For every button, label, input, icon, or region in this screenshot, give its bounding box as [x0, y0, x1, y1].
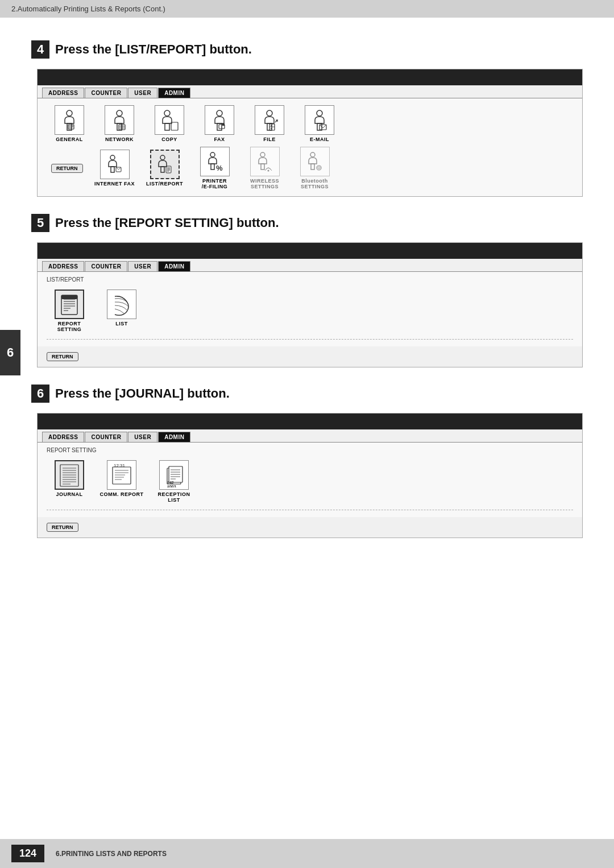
label-general: GENERAL: [56, 137, 83, 142]
label-fax: FAX: [214, 137, 225, 142]
label-wireless-settings: WIRELESS SETTINGS: [250, 178, 279, 189]
icon-wireless-settings[interactable]: WIRELESS SETTINGS: [242, 147, 288, 189]
svg-rect-33: [161, 167, 164, 172]
svg-point-44: [267, 170, 269, 172]
screen-5-bottom: RETURN: [38, 346, 582, 367]
tab-address-4[interactable]: ADDRESS: [42, 88, 84, 98]
svg-rect-34: [166, 166, 171, 173]
svg-point-45: [310, 152, 315, 157]
icon-comm-report[interactable]: 12:31 COMM. REPORT: [99, 460, 144, 497]
svg-rect-43: [261, 164, 264, 170]
svg-rect-19: [222, 123, 225, 126]
screen-6-sublabel: REPORT SETTING: [47, 447, 573, 453]
screen-5-topbar: [38, 243, 582, 259]
top-bar: 2.Automatically Printing Lists & Reports…: [0, 0, 614, 18]
label-email: E-MAIL: [310, 137, 329, 142]
svg-rect-15: [171, 122, 178, 130]
screen-5: ADDRESS COUNTER USER ADMIN LIST/REPORT: [37, 242, 583, 367]
label-comm-report: COMM. REPORT: [100, 491, 144, 497]
return-btn-5[interactable]: RETURN: [47, 352, 78, 361]
icon-list-5[interactable]: LIST: [99, 290, 144, 326]
tab-counter-6[interactable]: COUNTER: [85, 432, 127, 442]
tab-user-5[interactable]: USER: [128, 261, 157, 271]
screen-6-bottom: RETURN: [38, 517, 582, 538]
tab-user-6[interactable]: USER: [128, 432, 157, 442]
svg-rect-40: [211, 164, 214, 170]
return-btn-4[interactable]: RETURN: [51, 164, 83, 173]
step-5-heading: 5 Press the [REPORT SETTING] button.: [31, 214, 583, 232]
screen-6-topbar: [38, 414, 582, 429]
label-internet-fax: INTERNET FAX: [94, 181, 135, 187]
svg-point-29: [110, 155, 115, 160]
svg-rect-55: [61, 295, 77, 299]
icon-list-report[interactable]: LIST/REPORT: [142, 150, 188, 187]
screen-6-divider: [47, 510, 573, 510]
step-5-number: 5: [31, 214, 49, 232]
tab-admin-4[interactable]: ADMIN: [158, 88, 190, 98]
step-6-number: 6: [31, 385, 49, 403]
tab-address-5[interactable]: ADDRESS: [42, 261, 84, 271]
svg-point-39: [210, 152, 215, 157]
icon-file[interactable]: FILE: [247, 105, 292, 142]
icon-report-setting[interactable]: REPORT SETTING: [47, 290, 92, 332]
svg-point-32: [160, 155, 165, 160]
step-6-heading: 6 Press the [JOURNAL] button.: [31, 385, 583, 403]
screen-6-tabs: ADDRESS COUNTER USER ADMIN: [38, 429, 582, 443]
tab-admin-6[interactable]: ADMIN: [158, 432, 190, 442]
page-number: 124: [11, 845, 44, 862]
step-4-title: Press the [LIST/REPORT] button.: [55, 42, 252, 57]
top-bar-text: 2.Automatically Printing Lists & Reports…: [11, 5, 165, 13]
svg-point-24: [271, 125, 272, 126]
icon-general[interactable]: GENERAL: [47, 105, 92, 142]
footer: 124 6.PRINTING LISTS AND REPORTS: [0, 839, 614, 868]
svg-text:#42: #42: [167, 481, 174, 485]
icon-copy[interactable]: COPY: [147, 105, 192, 142]
icon-internet-fax[interactable]: INTERNET FAX: [92, 150, 138, 187]
screen-5-sublabel: LIST/REPORT: [47, 276, 573, 283]
icon-printer-efiling[interactable]: % PRINTER /E-FILING: [192, 147, 238, 189]
screen-4: ADDRESS COUNTER USER ADMIN: [37, 69, 583, 197]
icon-reception-list[interactable]: #42 #003 RECEPTION LIST: [151, 460, 197, 503]
screen-4-icons-grid: GENERAL NETWORK: [38, 98, 582, 196]
icon-journal[interactable]: JOURNAL: [47, 460, 92, 497]
label-file: FILE: [263, 137, 276, 142]
tab-counter-4[interactable]: COUNTER: [85, 88, 127, 98]
step-6-title: Press the [JOURNAL] button.: [55, 386, 230, 401]
svg-point-42: [260, 152, 265, 157]
side-tab: 6: [0, 330, 20, 375]
svg-rect-30: [111, 167, 114, 172]
svg-point-48: [318, 167, 320, 169]
svg-point-47: [317, 166, 321, 170]
svg-text:#003: #003: [167, 485, 176, 487]
label-list-5: LIST: [115, 321, 128, 326]
icon-network[interactable]: NETWORK: [97, 105, 142, 142]
footer-text: 6.PRINTING LISTS AND REPORTS: [56, 850, 167, 858]
screen-5-content: LIST/REPORT: [38, 272, 582, 346]
return-btn-6[interactable]: RETURN: [47, 523, 78, 532]
icon-email[interactable]: E-MAIL: [297, 105, 342, 142]
screen-5-icons: REPORT SETTING LIST: [47, 287, 573, 337]
icon-fax[interactable]: FAX: [197, 105, 242, 142]
screen-4-tabs: ADDRESS COUNTER USER ADMIN: [38, 85, 582, 98]
label-network: NETWORK: [105, 137, 134, 142]
screen-6: ADDRESS COUNTER USER ADMIN REPORT SETTIN…: [37, 413, 583, 538]
tab-admin-5[interactable]: ADMIN: [158, 261, 190, 271]
tab-address-6[interactable]: ADDRESS: [42, 432, 84, 442]
step-4-number: 4: [31, 40, 49, 59]
svg-rect-46: [311, 164, 314, 170]
tab-counter-5[interactable]: COUNTER: [85, 261, 127, 271]
svg-text:12:31: 12:31: [114, 463, 126, 468]
label-printer-efiling: PRINTER /E-FILING: [202, 178, 228, 189]
screen-5-tabs: ADDRESS COUNTER USER ADMIN: [38, 259, 582, 272]
tab-user-4[interactable]: USER: [128, 88, 157, 98]
label-journal: JOURNAL: [56, 491, 82, 497]
icon-bluetooth-settings[interactable]: Bluetooth SETTINGS: [292, 147, 338, 189]
svg-rect-14: [165, 123, 169, 130]
svg-point-20: [267, 110, 272, 116]
svg-rect-66: [113, 467, 131, 484]
main-content: 4 Press the [LIST/REPORT] button. ADDRES…: [0, 18, 614, 572]
label-list-report: LIST/REPORT: [146, 181, 183, 187]
screen-4-topbar: [38, 69, 582, 85]
svg-point-0: [67, 110, 72, 116]
step-4-heading: 4 Press the [LIST/REPORT] button.: [31, 40, 583, 59]
